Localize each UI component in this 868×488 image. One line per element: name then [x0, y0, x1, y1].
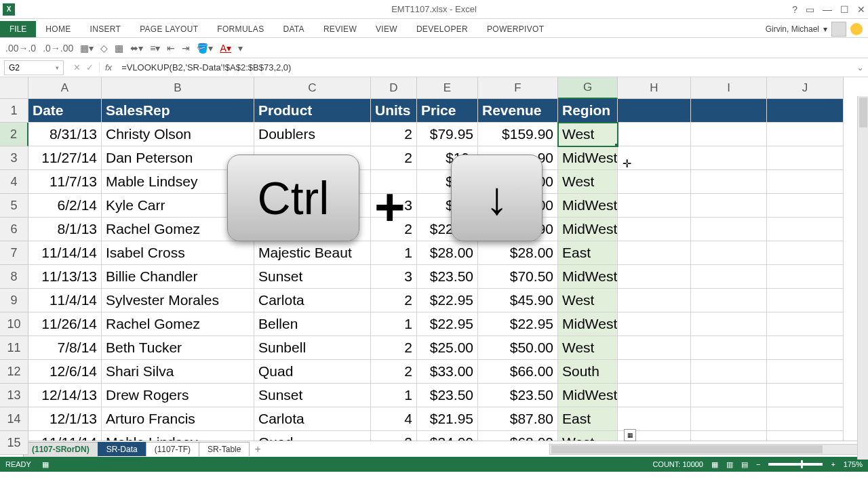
cell[interactable]: $159.90: [478, 123, 558, 146]
tab-developer[interactable]: DEVELOPER: [407, 21, 477, 37]
header-cell[interactable]: [618, 99, 691, 123]
cell[interactable]: 11/4/14: [28, 289, 102, 312]
cell[interactable]: [767, 146, 844, 170]
cell[interactable]: Kyle Carr: [102, 194, 254, 218]
cell[interactable]: 4: [371, 407, 417, 431]
col-header-J[interactable]: J: [767, 77, 844, 99]
user-name[interactable]: Girvin, Michael: [766, 24, 819, 34]
cell[interactable]: $33.: [417, 194, 478, 218]
add-sheet-button[interactable]: +: [249, 443, 266, 455]
cell[interactable]: 11/11/14: [28, 431, 102, 441]
cell[interactable]: [691, 407, 767, 431]
font-color-icon[interactable]: A▾: [220, 43, 231, 54]
file-tab[interactable]: FILE: [0, 21, 36, 37]
cell[interactable]: [691, 123, 767, 146]
cell[interactable]: [691, 170, 767, 194]
cell[interactable]: [691, 312, 767, 336]
cell[interactable]: Bellen: [254, 312, 371, 336]
cell[interactable]: $79.95: [417, 123, 478, 146]
header-cell[interactable]: Price: [417, 99, 478, 123]
cell[interactable]: [691, 336, 767, 360]
increase-decimal-icon[interactable]: .0→.00: [43, 43, 73, 54]
cell[interactable]: 00: [478, 170, 558, 194]
cell[interactable]: Isabel Cross: [102, 241, 254, 265]
autofill-options-icon[interactable]: ▦: [624, 429, 636, 441]
cell[interactable]: $25.: [417, 170, 478, 194]
cell[interactable]: West: [558, 170, 618, 194]
col-header-B[interactable]: B: [102, 77, 254, 99]
cell[interactable]: 00: [478, 194, 558, 218]
row-header-11[interactable]: 11: [0, 336, 28, 360]
cell[interactable]: [691, 146, 767, 170]
cell[interactable]: [767, 407, 844, 431]
cell[interactable]: [767, 431, 844, 441]
row-header-2[interactable]: 2: [0, 123, 28, 146]
indent-inc-icon[interactable]: ⇥: [182, 43, 190, 54]
cell[interactable]: [618, 146, 691, 170]
cell[interactable]: [691, 289, 767, 312]
zoom-in-icon[interactable]: +: [831, 460, 835, 468]
cell[interactable]: $23.50: [417, 265, 478, 289]
sheet-tab-srtable[interactable]: SR-Table: [199, 442, 250, 456]
zoom-level[interactable]: 175%: [844, 460, 863, 468]
row-header-8[interactable]: 8: [0, 265, 28, 289]
cell[interactable]: East: [558, 407, 618, 431]
cell[interactable]: [618, 384, 691, 407]
cell[interactable]: MidWest: [558, 146, 618, 170]
cell[interactable]: 11/26/14: [28, 312, 102, 336]
zoom-slider[interactable]: [768, 463, 823, 466]
cell[interactable]: [767, 312, 844, 336]
col-header-E[interactable]: E: [417, 77, 478, 99]
decrease-decimal-icon[interactable]: .00→.0: [5, 43, 36, 54]
row-header-6[interactable]: 6: [0, 218, 28, 241]
header-cell[interactable]: Region: [558, 99, 618, 123]
cell[interactable]: [254, 194, 371, 218]
cell[interactable]: $66.00: [478, 360, 558, 384]
cell[interactable]: $23.50: [417, 384, 478, 407]
fx-icon[interactable]: fx: [100, 62, 117, 73]
cell[interactable]: [691, 241, 767, 265]
cell[interactable]: Dan Peterson: [102, 146, 254, 170]
col-header-D[interactable]: D: [371, 77, 417, 99]
cell[interactable]: [618, 123, 691, 146]
cell[interactable]: [691, 360, 767, 384]
vertical-scrollbar[interactable]: [857, 96, 868, 460]
header-cell[interactable]: [691, 99, 767, 123]
view-normal-icon[interactable]: ▦: [711, 460, 718, 469]
cell[interactable]: 12/6/14: [28, 360, 102, 384]
cell[interactable]: 2: [371, 146, 417, 170]
cell[interactable]: Quad: [254, 431, 371, 441]
cell[interactable]: [254, 170, 371, 194]
cell[interactable]: [691, 384, 767, 407]
cell[interactable]: [767, 123, 844, 146]
cell[interactable]: $21.95: [417, 407, 478, 431]
cell[interactable]: 1: [371, 312, 417, 336]
cell[interactable]: $19.: [417, 146, 478, 170]
header-cell[interactable]: Revenue: [478, 99, 558, 123]
cell[interactable]: $28.00: [478, 241, 558, 265]
cell[interactable]: 11/7/13: [28, 170, 102, 194]
header-cell[interactable]: Date: [28, 99, 102, 123]
horizontal-scrollbar[interactable]: ▸: [549, 444, 868, 455]
cell[interactable]: $33.00: [417, 360, 478, 384]
cell[interactable]: Mable Lindsey: [102, 431, 254, 441]
cell[interactable]: $22.95: [417, 218, 478, 241]
cell[interactable]: [767, 360, 844, 384]
col-header-H[interactable]: H: [618, 77, 691, 99]
fill-color-icon[interactable]: 🪣▾: [197, 43, 213, 54]
cell[interactable]: 3: [371, 194, 417, 218]
header-cell[interactable]: SalesRep: [102, 99, 254, 123]
view-layout-icon[interactable]: ▥: [726, 460, 733, 469]
formula-input[interactable]: [117, 61, 852, 74]
cell[interactable]: $87.80: [478, 407, 558, 431]
cell[interactable]: [618, 289, 691, 312]
cell[interactable]: Quad: [254, 360, 371, 384]
row-header-13[interactable]: 13: [0, 384, 28, 407]
row-header-3[interactable]: 3: [0, 146, 28, 170]
enter-icon[interactable]: ✓: [86, 62, 94, 73]
cell[interactable]: $22.95: [478, 312, 558, 336]
col-header-A[interactable]: A: [28, 77, 102, 99]
cell[interactable]: 11/13/13: [28, 265, 102, 289]
cell[interactable]: [618, 407, 691, 431]
cell[interactable]: [691, 431, 767, 441]
